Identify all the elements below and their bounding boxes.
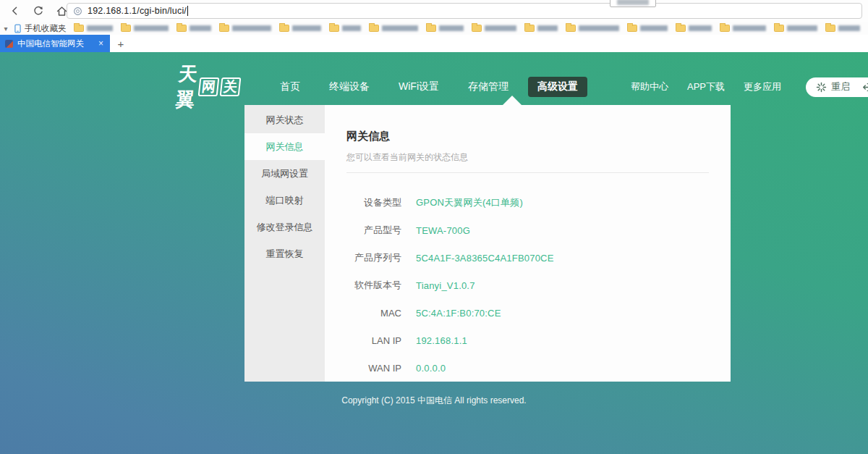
logo-box-guan: 关 <box>220 77 242 96</box>
info-row: 产品序列号 5C4A1F-3A8365C4A1FB070CE <box>346 244 709 272</box>
info-label: LAN IP <box>346 335 401 346</box>
header-link[interactable]: APP下载 <box>687 80 725 93</box>
header-pill-group: 重启 退出 <box>806 77 868 97</box>
phone-favorites-bookmark[interactable]: 手机收藏夹 <box>14 23 67 34</box>
card-pointer-arrow <box>503 96 522 105</box>
header-link[interactable]: 更多应用 <box>744 80 781 93</box>
site-info-icon[interactable] <box>73 7 82 16</box>
sidebar-item[interactable]: 网关状态 <box>244 106 325 133</box>
url-text[interactable]: 192.168.1.1/cgi-bin/luci/ <box>88 6 187 16</box>
bookmark-blurred-label <box>787 25 817 31</box>
address-bar[interactable]: 192.168.1.1/cgi-bin/luci/ <box>67 3 862 19</box>
bookmark-blurred-label <box>838 25 860 31</box>
folder-icon <box>627 25 637 32</box>
sidebar-item[interactable]: 局域网设置 <box>244 160 325 187</box>
sidebar-item[interactable]: 修改登录信息 <box>244 214 325 240</box>
phone-icon <box>14 24 21 33</box>
nav-item[interactable]: 首页 <box>271 77 310 97</box>
bookmark-blurred-label <box>485 25 516 31</box>
info-row: 设备类型 GPON天翼网关(4口单频) <box>346 189 709 217</box>
info-value: 0.0.0.0 <box>416 363 446 374</box>
bookmark-folder-item[interactable] <box>121 25 169 32</box>
folder-icon <box>176 25 187 32</box>
bookmark-blurred-label <box>134 25 169 31</box>
nav-item[interactable]: 终端设备 <box>320 77 379 97</box>
sidebar-item[interactable]: 端口映射 <box>244 187 325 214</box>
info-value: 5C4A1F-3A8365C4A1FB070CE <box>416 253 554 264</box>
bookmark-blurred-label <box>689 25 712 31</box>
folder-icon <box>720 25 730 32</box>
panel-subtitle: 您可以查看当前网关的状态信息 <box>346 151 709 164</box>
bookmark-folder-item[interactable] <box>369 25 418 32</box>
browser-toolbar: 192.168.1.1/cgi-bin/luci/ <box>0 0 868 22</box>
sidebar-item[interactable]: 重置恢复 <box>244 240 325 267</box>
tab-title: 中国电信智能网关 <box>17 38 97 49</box>
nav-item[interactable]: 高级设置 <box>528 77 587 97</box>
bookmark-folder-item[interactable] <box>74 25 113 32</box>
bookmark-folder-item[interactable] <box>676 25 712 32</box>
bookmark-folder-item[interactable] <box>219 25 271 32</box>
bookmark-blurred-label <box>342 25 361 31</box>
info-row: LAN IP 192.168.1.1 <box>346 327 709 354</box>
info-label: 产品型号 <box>346 224 401 237</box>
info-row: MAC 5C:4A:1F:B0:70:CE <box>346 299 709 327</box>
bookmark-folder-item[interactable] <box>472 25 516 32</box>
info-value: TEWA-700G <box>416 225 470 236</box>
bookmark-folder-item[interactable] <box>329 25 361 32</box>
main-nav: 首页 终端设备 WiFi设置 存储管理 高级设置 <box>271 77 587 97</box>
bookmark-folder-item[interactable] <box>279 25 321 32</box>
settings-card: 网关状态 网关信息 局域网设置 端口映射 修改登录信息 重置恢复 网关信息 您可… <box>244 105 731 382</box>
popup-blurred-text <box>617 0 649 5</box>
bookmarks-bar: ▾ 手机收藏夹 <box>0 22 868 35</box>
folder-icon <box>825 25 835 32</box>
close-icon[interactable]: × <box>97 38 105 49</box>
folder-icon <box>566 25 576 32</box>
bookmark-folder-item[interactable] <box>176 25 211 32</box>
info-row: 产品型号 TEWA-700G <box>346 217 709 244</box>
logout-button[interactable]: 退出 <box>861 80 868 93</box>
info-value: 5C:4A:1F:B0:70:CE <box>416 308 501 319</box>
header-link[interactable]: 帮助中心 <box>631 80 668 93</box>
sidebar-item[interactable]: 网关信息 <box>244 133 325 160</box>
text-cursor <box>187 6 188 16</box>
folder-icon <box>426 25 436 32</box>
folder-icon <box>524 25 535 32</box>
bookmark-blurred-label <box>537 25 558 31</box>
bookmark-blurred-label <box>232 25 271 31</box>
bookmark-folder-item[interactable] <box>566 25 619 32</box>
folder-icon <box>676 25 686 32</box>
bookmark-blurred-label <box>640 25 668 31</box>
new-tab-button[interactable]: + <box>110 35 132 52</box>
tianyi-gateway-logo[interactable]: 天翼 网 关 <box>174 62 242 112</box>
nav-item[interactable]: WiFi设置 <box>389 77 448 97</box>
bookmark-blurred-label <box>292 25 321 31</box>
restart-button[interactable]: 重启 <box>816 80 850 93</box>
bookmark-folder-item[interactable] <box>825 25 860 32</box>
back-icon[interactable] <box>6 3 25 19</box>
gateway-info-panel: 网关信息 您可以查看当前网关的状态信息 设备类型 GPON天翼网关(4口单频) … <box>325 105 731 382</box>
restart-label: 重启 <box>831 80 850 93</box>
bookmark-folder-item[interactable] <box>426 25 464 32</box>
info-row: 软件版本号 Tianyi_V1.0.7 <box>346 272 709 299</box>
info-row: WAN IP 0.0.0.0 <box>346 354 709 382</box>
bookmark-folder-item[interactable] <box>627 25 668 32</box>
info-label: 设备类型 <box>346 196 401 209</box>
logout-icon <box>861 82 868 93</box>
folder-icon <box>219 25 229 32</box>
bookmark-blurred-label <box>190 25 211 31</box>
tab-strip: 中国电信智能网关 × + <box>0 35 868 52</box>
update-popup[interactable] <box>610 0 656 7</box>
tab-active[interactable]: 中国电信智能网关 × <box>0 35 110 52</box>
nav-item[interactable]: 存储管理 <box>459 77 518 97</box>
info-value: 192.168.1.1 <box>416 335 467 346</box>
folder-icon <box>472 25 482 32</box>
bookmark-folder-item[interactable] <box>720 25 766 32</box>
reload-icon[interactable] <box>29 3 48 19</box>
info-label: 软件版本号 <box>346 279 401 292</box>
info-rows: 设备类型 GPON天翼网关(4口单频) 产品型号 TEWA-700G 产品序列号… <box>346 173 709 382</box>
caret-down-icon[interactable]: ▾ <box>0 25 12 33</box>
bookmark-folder-item[interactable] <box>524 25 558 32</box>
page-footer: Copyright (C) 2015 中国电信 All rights reser… <box>0 393 868 407</box>
logo-text: 天翼 <box>174 62 199 112</box>
bookmark-folder-item[interactable] <box>774 25 817 32</box>
